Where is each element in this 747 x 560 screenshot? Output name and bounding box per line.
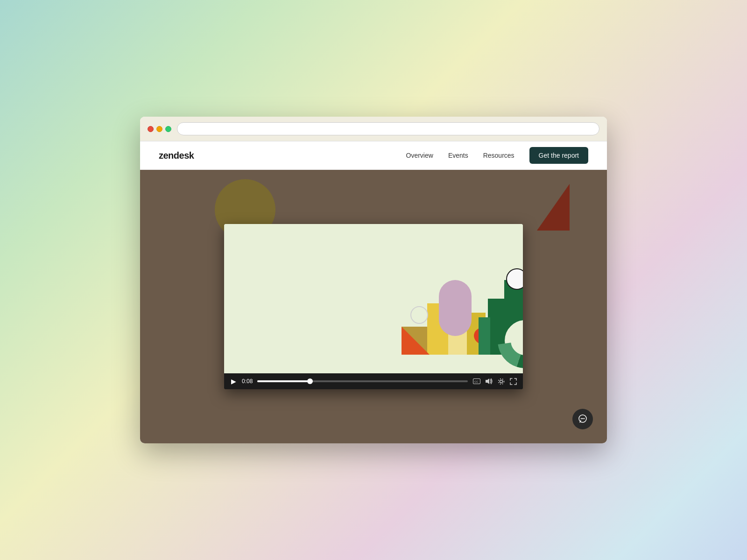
progress-fill	[257, 380, 310, 382]
browser-chrome	[140, 117, 607, 141]
volume-button[interactable]	[485, 377, 493, 385]
time-display: 0:08	[242, 378, 253, 385]
progress-handle[interactable]	[307, 378, 313, 384]
svg-point-51	[584, 418, 585, 419]
fullscreen-button[interactable]	[509, 377, 517, 385]
chat-icon	[578, 414, 588, 424]
address-bar[interactable]	[177, 122, 599, 135]
svg-rect-6	[439, 280, 472, 336]
svg-point-49	[581, 418, 582, 419]
traffic-lights	[148, 126, 171, 132]
site-body: ▶ 0:08 CC	[140, 170, 607, 443]
play-button[interactable]: ▶	[230, 378, 237, 385]
video-content	[224, 224, 523, 373]
close-button[interactable]	[148, 126, 154, 132]
progress-bar[interactable]	[257, 380, 468, 382]
site-nav: Overview Events Resources Get the report	[406, 147, 588, 164]
svg-rect-11	[479, 317, 490, 355]
chat-button[interactable]	[572, 409, 593, 429]
bg-triangle-decoration	[537, 184, 570, 231]
settings-button[interactable]	[497, 377, 505, 385]
video-player: ▶ 0:08 CC	[224, 224, 523, 389]
svg-point-12	[507, 269, 523, 289]
svg-point-47	[498, 378, 504, 384]
maximize-button[interactable]	[165, 126, 171, 132]
nav-events[interactable]: Events	[448, 152, 468, 159]
minimize-button[interactable]	[156, 126, 162, 132]
svg-marker-45	[486, 378, 489, 384]
control-icons: CC	[472, 377, 517, 385]
svg-point-50	[582, 418, 583, 419]
browser-window: zendesk Overview Events Resources Get th…	[140, 117, 607, 443]
video-controls: ▶ 0:08 CC	[224, 373, 523, 389]
nav-resources[interactable]: Resources	[483, 152, 514, 159]
video-illustration	[224, 224, 523, 373]
site-logo: zendesk	[159, 150, 194, 161]
svg-text:CC: CC	[474, 380, 479, 383]
website-content: zendesk Overview Events Resources Get th…	[140, 141, 607, 443]
get-report-button[interactable]: Get the report	[529, 147, 588, 164]
cc-button[interactable]: CC	[472, 377, 481, 385]
svg-point-46	[500, 380, 502, 383]
nav-overview[interactable]: Overview	[406, 152, 433, 159]
address-input[interactable]	[183, 126, 593, 133]
site-header: zendesk Overview Events Resources Get th…	[140, 141, 607, 170]
